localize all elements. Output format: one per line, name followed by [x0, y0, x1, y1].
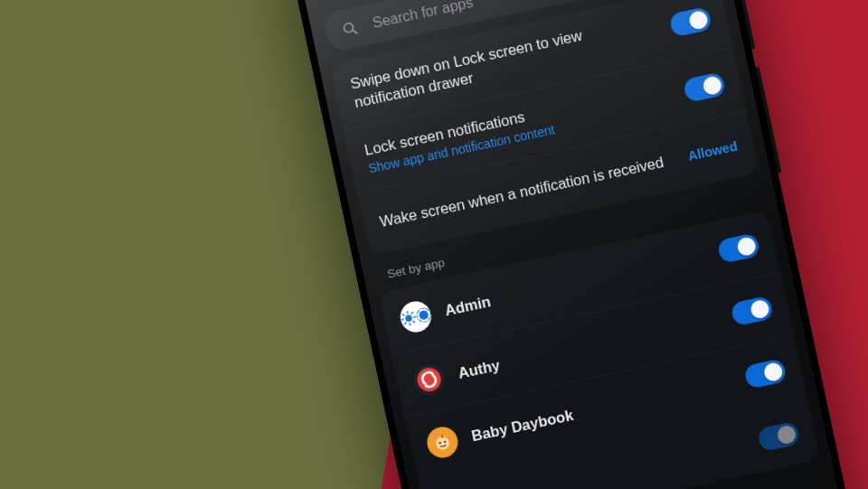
- app-icon-baby-daybook: [424, 425, 460, 461]
- setting-value: Allowed: [686, 139, 739, 164]
- toggle-switch[interactable]: [668, 6, 712, 38]
- toggle-switch[interactable]: [717, 233, 760, 265]
- svg-line-14: [404, 323, 407, 325]
- svg-point-16: [415, 366, 443, 394]
- toggle-switch[interactable]: [683, 71, 726, 103]
- app-icon-authy: [411, 362, 448, 398]
- svg-line-15: [411, 312, 414, 315]
- toggle-switch[interactable]: [757, 421, 800, 453]
- toggle-switch[interactable]: [730, 296, 773, 327]
- search-icon: [339, 18, 361, 40]
- screen: 4:49 Lock screen notifications Search fo…: [288, 0, 868, 489]
- toggle-switch[interactable]: [743, 359, 787, 390]
- svg-point-7: [405, 315, 413, 323]
- phone: 4:49 Lock screen notifications Search fo…: [280, 0, 868, 489]
- svg-line-13: [413, 321, 416, 324]
- app-list: Admin Authy Baby Daybook: [378, 210, 820, 489]
- search-placeholder: Search for apps: [372, 0, 475, 32]
- svg-line-11: [413, 317, 416, 318]
- svg-point-5: [344, 23, 354, 33]
- svg-line-12: [402, 314, 405, 316]
- svg-line-10: [401, 320, 404, 321]
- svg-line-9: [410, 324, 410, 326]
- svg-line-6: [353, 30, 357, 34]
- photo-background: 4:49 Lock screen notifications Search fo…: [0, 0, 868, 489]
- svg-line-8: [407, 311, 408, 314]
- app-icon-admin: [398, 299, 434, 335]
